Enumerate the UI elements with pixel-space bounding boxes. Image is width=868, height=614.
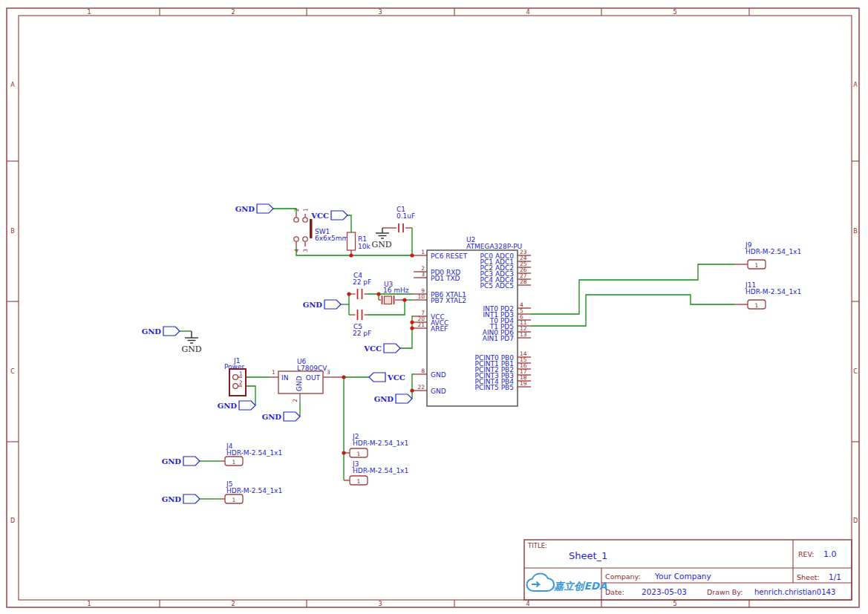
u6-pin-out-label: OUT [306, 374, 321, 382]
grid-row-label: A [10, 82, 15, 88]
pin-number: 1 [357, 451, 361, 457]
pin-number: 10 [417, 293, 425, 300]
net-flag-gnd[interactable]: GND [235, 204, 273, 213]
pin-number: 1 [755, 262, 759, 269]
eda-logo: 嘉立创EDA [527, 574, 607, 592]
component-u6-regulator[interactable]: 1 3 2 IN OUT GND U6 L7809CV [270, 358, 344, 402]
u6-pin-gnd-label: GND [296, 376, 303, 391]
wire-vcc-to-r1[interactable] [347, 215, 351, 232]
sw1-contact[interactable] [303, 218, 307, 222]
grid-row-label: C [10, 368, 15, 375]
grid-row-label: D [10, 517, 15, 524]
j1-value: Power [224, 363, 245, 370]
pin-number: 1 [232, 497, 236, 503]
net-flag-gnd[interactable]: GND [303, 300, 341, 309]
c5-value: 22 pF [353, 330, 371, 337]
pin-name: PC6 RESET [431, 252, 468, 260]
pin-number: 1 [755, 302, 759, 309]
component-c4-capacitor[interactable]: C4 22 pF [353, 272, 372, 299]
j5-value: HDR-M-2.54_1x1 [226, 487, 282, 494]
net-flag-vcc[interactable]: VCC [363, 344, 400, 353]
component-j2-header[interactable]: 1 J2 HDR-M-2.54_1x1 [344, 433, 408, 457]
grid-col-label: 5 [673, 9, 676, 16]
component-j5-header[interactable]: 1 J5 HDR-M-2.54_1x1 [221, 480, 282, 503]
component-j9-header[interactable]: 1 J9 HDR-M-2.54_1x1 [735, 241, 801, 269]
junction-dot [347, 292, 350, 295]
net-flag-gnd[interactable]: GND [374, 394, 412, 403]
sheet-title: Sheet_1 [569, 550, 607, 561]
u3-body[interactable] [385, 296, 392, 304]
title-block: TITLE: Sheet_1 REV: 1.0 Company: Your Co… [524, 540, 852, 600]
sw1-contact[interactable] [303, 237, 307, 241]
j2-value: HDR-M-2.54_1x1 [353, 440, 408, 447]
schematic-canvas: 1 2 3 4 5 1 2 3 4 5 A B C D A B C D TITL… [0, 0, 868, 614]
grid-col-label: 2 [231, 9, 235, 16]
earth-gnd-label: GND [371, 240, 391, 249]
pin-number: 22 [417, 384, 425, 391]
wire-pd5-to-j11[interactable] [531, 295, 735, 326]
pin-number: 1 [357, 478, 361, 485]
net-flag-gnd[interactable]: GND [162, 494, 200, 503]
pin-number: 3 [421, 271, 425, 278]
sw1-actuator[interactable] [310, 219, 313, 238]
component-j3-header[interactable]: 1 J3 HDR-M-2.54_1x1 [344, 460, 408, 485]
net-flag-gnd[interactable]: GND [218, 401, 255, 410]
sw1-value: 6x6x5mm [315, 235, 348, 242]
component-j1-power[interactable]: 1 2 J1 Power [224, 357, 246, 396]
drawn-by-label: Drawn By: [707, 588, 743, 596]
j1-body[interactable] [229, 369, 246, 396]
j11-value: HDR-M-2.54_1x1 [745, 288, 801, 295]
component-j11-header[interactable]: 1 J11 HDR-M-2.54_1x1 [735, 281, 801, 309]
c1-value: 0.1uF [397, 212, 415, 220]
pin-name: AIN1 PD7 [483, 335, 514, 342]
net-flag-gnd[interactable]: GND [142, 327, 180, 336]
component-r1-resistor[interactable]: R1 10k [347, 232, 371, 255]
pin-name: PCINT5 PB5 [474, 384, 514, 391]
grid-row-label: B [10, 228, 15, 235]
pin-name: PC5 ADC5 [480, 282, 514, 290]
j1-pin-circle[interactable] [233, 375, 238, 380]
u6-pin-in-label: IN [281, 374, 288, 382]
net-flag-vcc[interactable]: VCC [310, 211, 347, 220]
net-flag-gnd[interactable]: GND [262, 412, 300, 421]
sw1-contact[interactable] [294, 218, 298, 222]
sheet-value: 1/1 [829, 572, 841, 581]
earth-gnd-label: GND [181, 344, 201, 354]
component-j4-header[interactable]: 1 J4 HDR-M-2.54_1x1 [221, 442, 282, 466]
grid-row-label: B [853, 228, 858, 235]
component-u2-atmega328p[interactable]: U2 ATMEGA328P-PU 1 2 3 9 10 7 20 21 8 22… [414, 236, 531, 406]
c4-value: 22 pF [353, 278, 371, 286]
sw1-contact[interactable] [294, 237, 298, 241]
company-value: Your Company [654, 572, 711, 581]
net-flag-label: GND [142, 327, 162, 336]
grid-col-label: 4 [526, 601, 529, 607]
j1-pin-circle[interactable] [233, 384, 238, 389]
net-flag-vcc[interactable]: VCC [369, 373, 405, 382]
drawn-by-value: henrich.christian0143 [754, 588, 835, 596]
cloud-icon [527, 574, 555, 592]
date-label: Date: [605, 588, 624, 596]
net-flag-label: GND [162, 457, 182, 466]
sheet-label: Sheet: [797, 573, 820, 581]
earth-ground-c1[interactable]: GND [371, 228, 391, 249]
junction-dot [410, 320, 414, 324]
pin-number: 2 [293, 208, 300, 212]
net-flag-label: GND [235, 205, 255, 213]
grid-col-label: 5 [673, 601, 676, 607]
cloud-arrow-icon [532, 582, 539, 587]
component-c5-capacitor[interactable]: C5 22 pF [353, 310, 372, 337]
net-flag-gnd[interactable]: GND [162, 457, 200, 466]
grid-col-label: 1 [87, 9, 91, 16]
u6-value: L7809CV [297, 365, 327, 372]
junction-dot [410, 326, 414, 330]
r1-body[interactable] [347, 232, 356, 250]
earth-ground-standalone[interactable]: GND [181, 331, 201, 354]
wire-pd3-to-j9[interactable] [531, 264, 735, 314]
pin-name: PB7 XTAL2 [431, 297, 466, 304]
rev-label: REV: [798, 550, 815, 558]
wire-gnd-pins-net[interactable] [412, 374, 414, 399]
grid-col-label: 1 [87, 601, 91, 607]
component-c1-capacitor[interactable]: C1 0.1uF [382, 206, 415, 232]
net-flag-label: GND [162, 495, 182, 503]
net-flag-label: GND [303, 301, 323, 309]
